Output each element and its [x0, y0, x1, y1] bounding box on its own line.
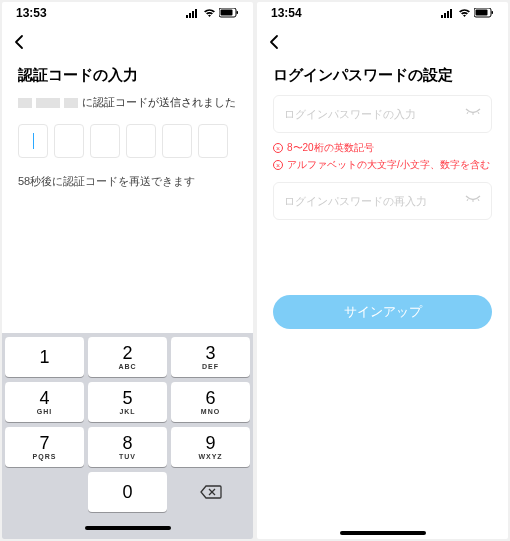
sent-message: に認証コードが送信されました: [18, 95, 237, 110]
key-digit: 7: [39, 434, 49, 452]
status-indicators: [441, 8, 494, 18]
key-digit: 9: [205, 434, 215, 452]
keypad-blank: [5, 472, 84, 512]
svg-rect-3: [195, 9, 197, 18]
svg-rect-5: [221, 10, 233, 16]
status-indicators: [186, 8, 239, 18]
keypad-key-6[interactable]: 6MNO: [171, 382, 250, 422]
page-title: ログインパスワードの設定: [273, 66, 492, 85]
keypad-key-2[interactable]: 2ABC: [88, 337, 167, 377]
signup-button[interactable]: サインアップ: [273, 295, 492, 329]
status-bar: 13:53: [2, 2, 253, 24]
keypad-key-0[interactable]: 0: [88, 472, 167, 512]
numeric-keypad: 12ABC3DEF4GHI5JKL6MNO7PQRS8TUV9WXYZ0: [2, 333, 253, 539]
key-digit: 0: [122, 483, 132, 501]
keypad-key-8[interactable]: 8TUV: [88, 427, 167, 467]
key-letters: DEF: [202, 363, 219, 370]
keypad-key-4[interactable]: 4GHI: [5, 382, 84, 422]
confirm-password-field[interactable]: [273, 182, 492, 220]
code-digit-6[interactable]: [198, 124, 228, 158]
error-icon: ×: [273, 160, 283, 170]
svg-rect-10: [444, 13, 446, 18]
key-digit: 8: [122, 434, 132, 452]
status-time: 13:54: [271, 6, 302, 20]
svg-rect-1: [189, 13, 191, 18]
key-letters: TUV: [119, 453, 136, 460]
home-indicator[interactable]: [257, 531, 508, 535]
code-input[interactable]: [18, 124, 237, 158]
key-letters: WXYZ: [198, 453, 222, 460]
svg-rect-2: [192, 11, 194, 18]
eye-off-icon[interactable]: [465, 194, 481, 208]
password-rules: × 8〜20桁の英数記号 × アルファベットの大文字/小文字、数字を含む: [273, 141, 492, 172]
nav-bar: [257, 24, 508, 60]
resend-message: 58秒後に認証コードを再送できます: [18, 174, 237, 189]
screen-password-setup: 13:54 ログインパスワードの設定 × 8〜20桁の英数記号 × アルファベッ…: [257, 2, 508, 539]
svg-line-19: [467, 199, 468, 201]
svg-rect-6: [237, 11, 239, 14]
svg-rect-15: [492, 11, 494, 14]
svg-rect-11: [447, 11, 449, 18]
confirm-password-input[interactable]: [284, 195, 481, 207]
svg-line-21: [478, 199, 479, 201]
svg-rect-12: [450, 9, 452, 18]
rule-chars: × アルファベットの大文字/小文字、数字を含む: [273, 158, 492, 172]
password-field[interactable]: [273, 95, 492, 133]
keypad-key-1[interactable]: 1: [5, 337, 84, 377]
keypad-key-5[interactable]: 5JKL: [88, 382, 167, 422]
password-input[interactable]: [284, 108, 481, 120]
key-letters: GHI: [37, 408, 52, 415]
screen-code-entry: 13:53 認証コードの入力 に認証コードが送信されました 58秒後に認証コード…: [2, 2, 253, 539]
page-title: 認証コードの入力: [18, 66, 237, 85]
key-letters: ABC: [118, 363, 136, 370]
key-digit: 2: [122, 344, 132, 362]
code-digit-2[interactable]: [54, 124, 84, 158]
code-digit-4[interactable]: [126, 124, 156, 158]
redacted-phone: [18, 98, 78, 108]
svg-line-18: [478, 112, 479, 114]
svg-rect-14: [476, 10, 488, 16]
code-digit-1[interactable]: [18, 124, 48, 158]
key-letters: JKL: [119, 408, 135, 415]
code-digit-3[interactable]: [90, 124, 120, 158]
key-digit: 1: [39, 348, 49, 366]
rule-length: × 8〜20桁の英数記号: [273, 141, 492, 155]
keypad-key-3[interactable]: 3DEF: [171, 337, 250, 377]
key-digit: 5: [122, 389, 132, 407]
keypad-key-7[interactable]: 7PQRS: [5, 427, 84, 467]
key-letters: PQRS: [33, 453, 57, 460]
back-button[interactable]: [267, 34, 283, 50]
nav-bar: [2, 24, 253, 60]
svg-rect-9: [441, 15, 443, 18]
home-indicator[interactable]: [5, 517, 250, 539]
svg-rect-0: [186, 15, 188, 18]
key-letters: MNO: [201, 408, 220, 415]
error-icon: ×: [273, 143, 283, 153]
keypad-key-9[interactable]: 9WXYZ: [171, 427, 250, 467]
signal-icon: [441, 9, 455, 18]
battery-icon: [474, 8, 494, 18]
code-digit-5[interactable]: [162, 124, 192, 158]
eye-off-icon[interactable]: [465, 107, 481, 121]
key-digit: 6: [205, 389, 215, 407]
keypad-delete[interactable]: [171, 472, 250, 512]
svg-line-16: [467, 112, 468, 114]
key-digit: 3: [205, 344, 215, 362]
signal-icon: [186, 9, 200, 18]
status-time: 13:53: [16, 6, 47, 20]
status-bar: 13:54: [257, 2, 508, 24]
key-digit: 4: [39, 389, 49, 407]
battery-icon: [219, 8, 239, 18]
wifi-icon: [203, 9, 216, 18]
wifi-icon: [458, 9, 471, 18]
back-button[interactable]: [12, 34, 28, 50]
